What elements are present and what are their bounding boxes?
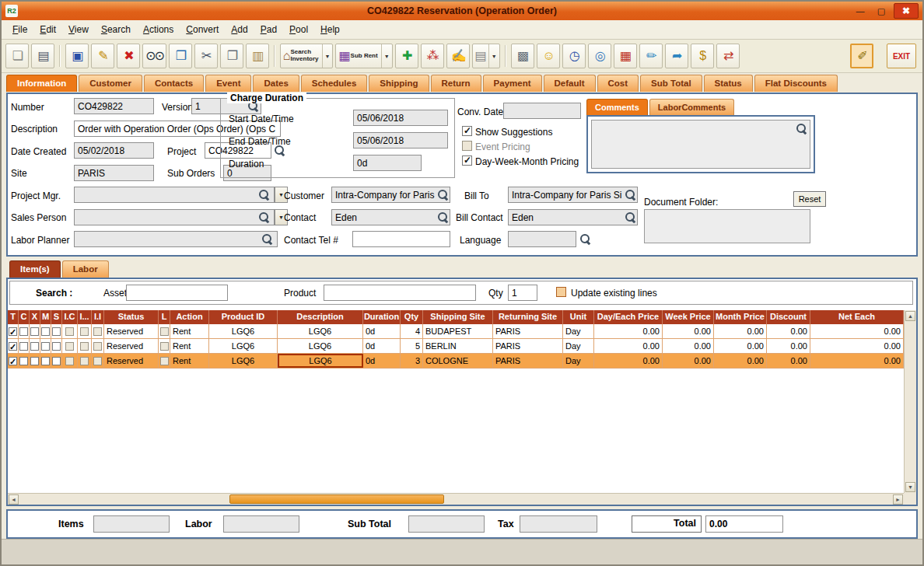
table-row[interactable]: ReservedRentLGQ6LGQ60d3COLOGNEPARISDay0.… bbox=[8, 354, 904, 369]
cell-ip[interactable] bbox=[78, 324, 92, 338]
labor-total-field[interactable] bbox=[223, 515, 299, 533]
cell-action[interactable]: Rent bbox=[170, 339, 209, 353]
cell-ip[interactable] bbox=[78, 339, 92, 353]
row-checkbox-t[interactable] bbox=[9, 327, 17, 336]
cell-net_each[interactable]: 0.00 bbox=[810, 324, 904, 338]
total-value-field[interactable] bbox=[705, 515, 783, 533]
qty-input[interactable] bbox=[508, 285, 537, 301]
row-checkbox-s[interactable] bbox=[52, 342, 61, 351]
cell-s[interactable] bbox=[51, 324, 62, 338]
cell-s[interactable] bbox=[51, 339, 62, 353]
reset-button[interactable]: Reset bbox=[793, 191, 826, 207]
disc-button[interactable]: ◎ bbox=[588, 44, 611, 68]
end-date-field[interactable] bbox=[353, 132, 448, 148]
find-binoculars-button[interactable]: ⊙⊙ bbox=[142, 44, 166, 68]
money-button[interactable]: $ bbox=[691, 44, 714, 68]
row-checkbox-m[interactable] bbox=[41, 327, 50, 336]
document-folder-box[interactable] bbox=[644, 209, 810, 243]
close-button[interactable]: ✖ bbox=[894, 3, 919, 19]
column-header-ii[interactable]: I.I bbox=[92, 310, 104, 324]
new-document-button[interactable]: ❏ bbox=[5, 44, 29, 68]
row-checkbox-t[interactable] bbox=[9, 357, 17, 365]
row-checkbox-l[interactable] bbox=[160, 357, 169, 365]
cell-l[interactable] bbox=[159, 324, 170, 338]
conv-date-field[interactable] bbox=[503, 103, 581, 119]
row-checkbox-t[interactable] bbox=[9, 342, 17, 351]
convert-order-button[interactable]: ❒ bbox=[169, 44, 192, 68]
row-checkbox-x[interactable] bbox=[30, 357, 39, 365]
cell-ii[interactable] bbox=[92, 324, 104, 338]
cell-shipping_site[interactable]: BERLIN bbox=[423, 339, 493, 353]
column-header-day_each_price[interactable]: Day/Each Price bbox=[594, 310, 663, 324]
time-clock-button[interactable]: ◷ bbox=[562, 44, 586, 68]
column-header-duration[interactable]: Duration bbox=[363, 310, 401, 324]
cell-unit[interactable]: Day bbox=[563, 324, 594, 338]
cell-shipping_site[interactable]: BUDAPEST bbox=[423, 324, 493, 338]
cell-ic[interactable] bbox=[62, 354, 78, 368]
tab-return[interactable]: Return bbox=[431, 75, 481, 92]
cell-ip[interactable] bbox=[78, 354, 92, 368]
cell-day_each_price[interactable]: 0.00 bbox=[594, 324, 663, 338]
row-checkbox-c[interactable] bbox=[19, 342, 28, 351]
column-header-action[interactable]: Action bbox=[170, 310, 209, 324]
notes-button[interactable]: ✍ bbox=[446, 44, 470, 68]
save-button[interactable]: ▣ bbox=[65, 44, 89, 68]
customer-field[interactable] bbox=[331, 187, 450, 203]
exit-button[interactable]: EXIT bbox=[887, 44, 916, 68]
cell-description[interactable]: LGQ6 bbox=[278, 324, 363, 338]
tab-dates[interactable]: Dates bbox=[253, 75, 299, 92]
number-field[interactable] bbox=[74, 98, 154, 114]
cell-month_price[interactable]: 0.00 bbox=[714, 354, 767, 368]
bill-contact-field[interactable] bbox=[508, 209, 638, 225]
cell-l[interactable] bbox=[159, 339, 170, 353]
row-checkbox-s[interactable] bbox=[52, 327, 61, 336]
tab-flat-discounts[interactable]: Flat Discounts bbox=[754, 75, 838, 92]
magic-wand-button[interactable]: ✐ bbox=[850, 44, 873, 68]
tab-sub-total[interactable]: Sub Total bbox=[640, 75, 702, 92]
cell-returning_site[interactable]: PARIS bbox=[493, 324, 563, 338]
search-inventory-button[interactable]: ⌂Search Inventory▼ bbox=[280, 44, 334, 68]
comments-search-icon[interactable] bbox=[796, 123, 807, 134]
column-header-l[interactable]: L bbox=[159, 310, 170, 324]
row-checkbox-c[interactable] bbox=[19, 357, 28, 365]
tab-cost[interactable]: Cost bbox=[597, 75, 639, 92]
cut-button[interactable]: ✂ bbox=[194, 44, 218, 68]
sales-person-field[interactable] bbox=[74, 209, 275, 225]
link-button[interactable]: ➦ bbox=[665, 44, 688, 68]
cell-status[interactable]: Reserved bbox=[104, 339, 159, 353]
cell-week_price[interactable]: 0.00 bbox=[663, 324, 714, 338]
items-tab-labor[interactable]: Labor bbox=[62, 260, 109, 278]
maximize-button[interactable]: ▢ bbox=[873, 4, 890, 18]
column-header-unit[interactable]: Unit bbox=[563, 310, 594, 324]
copy-button[interactable]: ❐ bbox=[220, 44, 243, 68]
paste-button[interactable]: ▥ bbox=[246, 44, 269, 68]
cell-status[interactable]: Reserved bbox=[104, 324, 159, 338]
cell-week_price[interactable]: 0.00 bbox=[663, 354, 714, 368]
cell-c[interactable] bbox=[19, 339, 30, 353]
scroll-down-arrow[interactable]: ▼ bbox=[905, 482, 915, 492]
row-checkbox-ii[interactable] bbox=[93, 327, 102, 336]
bill-contact-search-icon[interactable] bbox=[625, 211, 635, 222]
cell-net_each[interactable]: 0.00 bbox=[810, 339, 904, 353]
menu-item-pool[interactable]: Pool bbox=[283, 22, 314, 37]
row-checkbox-l[interactable] bbox=[160, 327, 169, 336]
cell-l[interactable] bbox=[159, 354, 170, 368]
items-total-field[interactable] bbox=[93, 515, 170, 533]
contact-field[interactable] bbox=[331, 209, 450, 225]
row-checkbox-ic[interactable] bbox=[65, 357, 74, 365]
project-mgr-search-icon[interactable] bbox=[258, 189, 269, 200]
scroll-up-arrow[interactable]: ▲ bbox=[905, 311, 915, 321]
start-date-field[interactable] bbox=[353, 110, 448, 126]
site-field[interactable] bbox=[74, 165, 154, 181]
tab-schedules[interactable]: Schedules bbox=[301, 75, 368, 92]
column-header-c[interactable]: C bbox=[19, 310, 30, 324]
cell-m[interactable] bbox=[40, 339, 51, 353]
cell-x[interactable] bbox=[30, 339, 40, 353]
table-row[interactable]: ReservedRentLGQ6LGQ60d4BUDAPESTPARISDay0… bbox=[8, 324, 904, 339]
column-header-shipping_site[interactable]: Shipping Site bbox=[423, 310, 493, 324]
row-checkbox-ip[interactable] bbox=[80, 327, 89, 336]
row-checkbox-ip[interactable] bbox=[80, 342, 89, 351]
comments-textarea[interactable] bbox=[591, 120, 810, 169]
cell-ic[interactable] bbox=[62, 339, 78, 353]
menu-item-search[interactable]: Search bbox=[95, 22, 137, 37]
